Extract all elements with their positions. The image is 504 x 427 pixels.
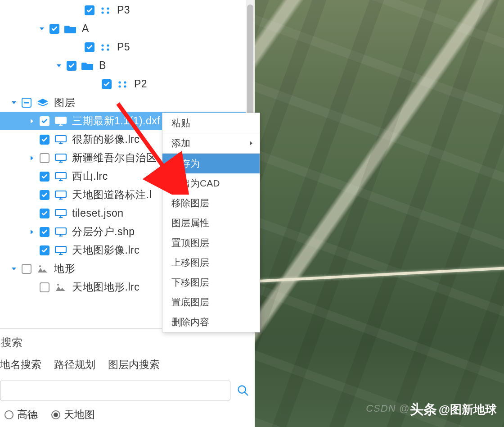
context-menu-item-label: 上移图层	[171, 256, 209, 269]
folder-icon	[81, 60, 94, 71]
monitor-icon	[54, 190, 68, 200]
search-button[interactable]	[235, 382, 251, 399]
search-tab[interactable]: 地名搜索	[0, 358, 41, 372]
search-tab[interactable]: 路径规划	[54, 358, 95, 372]
context-menu-item-label: 另存为	[171, 157, 200, 170]
search-panel: 搜索 地名搜索路径规划图层内搜索 高德天地图	[0, 328, 255, 427]
tree-row[interactable]: B	[0, 56, 255, 75]
visibility-checkbox[interactable]	[40, 153, 50, 163]
tree-row[interactable]: P3	[0, 1, 255, 19]
tree-item-label: 地形	[54, 262, 75, 276]
provider-radio[interactable]: 天地图	[51, 408, 95, 422]
tree-item-label: 很新的影像.lrc	[72, 132, 140, 146]
context-menu-item-label: 图层属性	[171, 217, 209, 229]
context-menu-item-label: 添加	[171, 137, 190, 150]
context-menu[interactable]: 粘贴添加另存为导出为CAD移除图层图层属性置顶图层上移图层下移图层置底图层删除内…	[162, 113, 260, 332]
search-tabs: 地名搜索路径规划图层内搜索	[0, 355, 251, 381]
context-menu-item-label: 置底图层	[171, 296, 209, 309]
svg-point-38	[57, 284, 59, 286]
visibility-checkbox[interactable]	[40, 282, 50, 292]
visibility-checkbox[interactable]	[50, 24, 59, 34]
svg-point-37	[39, 265, 41, 267]
svg-point-4	[101, 44, 104, 46]
visibility-checkbox[interactable]	[40, 116, 50, 126]
layers-icon	[36, 97, 50, 108]
tree-item-label: P2	[134, 78, 147, 90]
tree-item-label: A	[82, 23, 89, 35]
context-menu-item[interactable]: 粘贴	[162, 113, 260, 133]
tree-row[interactable]: A	[0, 19, 255, 38]
visibility-checkbox[interactable]	[40, 172, 50, 182]
tree-item-label: P3	[117, 4, 130, 16]
svg-point-1	[107, 7, 109, 9]
tree-row[interactable]: 图层	[0, 93, 255, 112]
visibility-checkbox[interactable]	[40, 135, 50, 145]
provider-radio[interactable]: 高德	[4, 408, 38, 422]
disclosure-triangle-icon[interactable]	[37, 24, 47, 34]
radio-icon	[4, 410, 14, 419]
context-menu-item[interactable]: 下移图层	[162, 273, 260, 292]
svg-point-0	[101, 7, 104, 9]
tree-row[interactable]: P2	[0, 75, 255, 93]
svg-rect-25	[55, 191, 66, 197]
context-menu-item[interactable]: 另存为	[162, 154, 260, 173]
visibility-checkbox[interactable]	[67, 61, 76, 71]
svg-point-3	[107, 11, 109, 14]
visibility-checkbox[interactable]	[22, 98, 32, 108]
context-menu-item-label: 粘贴	[171, 117, 190, 129]
watermark-csdn: CSDN @	[366, 403, 410, 414]
visibility-checkbox[interactable]	[40, 245, 50, 255]
map-viewport[interactable]: CSDN @ 头条 @图新地球	[255, 0, 504, 427]
points-icon	[116, 79, 130, 90]
visibility-checkbox[interactable]	[40, 190, 50, 200]
disclosure-triangle-icon[interactable]	[54, 61, 64, 71]
visibility-checkbox[interactable]	[85, 5, 94, 15]
tree-item-label: 西山.lrc	[72, 169, 108, 183]
points-icon	[99, 42, 112, 53]
svg-point-2	[101, 11, 104, 14]
disclosure-triangle-icon[interactable]	[9, 264, 19, 274]
visibility-checkbox[interactable]	[40, 227, 50, 237]
search-input[interactable]	[0, 381, 230, 400]
disclosure-triangle-icon[interactable]	[27, 116, 37, 126]
svg-point-8	[118, 81, 121, 83]
tree-item-label: 天地图地形.lrc	[72, 280, 140, 294]
svg-rect-16	[55, 136, 66, 142]
monitor-icon	[54, 208, 68, 219]
watermark-toutiao: 头条 @图新地球	[410, 400, 497, 419]
context-menu-item[interactable]: 图层属性	[162, 213, 260, 233]
context-menu-item[interactable]: 删除内容	[162, 312, 260, 332]
tree-item-label: 三期最新1.1(1).dxf	[72, 114, 160, 128]
monitor-icon	[54, 153, 68, 164]
monitor-icon	[54, 116, 68, 127]
tree-row[interactable]: P5	[0, 38, 255, 56]
context-menu-item[interactable]: 置底图层	[162, 292, 260, 312]
provider-radio-label: 高德	[17, 408, 38, 422]
context-menu-item[interactable]: 添加	[162, 133, 260, 153]
svg-rect-31	[55, 228, 66, 234]
search-tab[interactable]: 图层内搜索	[108, 358, 160, 372]
svg-point-11	[124, 85, 126, 87]
visibility-checkbox[interactable]	[85, 42, 94, 52]
disclosure-triangle-icon[interactable]	[27, 153, 37, 163]
visibility-checkbox[interactable]	[22, 264, 32, 274]
visibility-checkbox[interactable]	[102, 79, 112, 89]
disclosure-triangle-icon[interactable]	[27, 227, 37, 237]
svg-rect-13	[55, 117, 66, 123]
svg-line-40	[245, 392, 248, 395]
context-menu-item-label: 移除图层	[171, 197, 209, 209]
monitor-icon	[54, 134, 68, 145]
svg-point-7	[107, 48, 109, 50]
provider-radio-label: 天地图	[64, 408, 95, 422]
context-menu-item[interactable]: 置顶图层	[162, 233, 260, 253]
context-menu-item[interactable]: 移除图层	[162, 193, 260, 213]
monitor-icon	[54, 227, 68, 237]
svg-point-6	[101, 48, 104, 50]
context-menu-item[interactable]: 上移图层	[162, 253, 260, 273]
context-menu-item[interactable]: 导出为CAD	[162, 173, 260, 193]
svg-rect-19	[55, 154, 66, 160]
disclosure-triangle-icon[interactable]	[9, 98, 19, 108]
visibility-checkbox[interactable]	[40, 209, 50, 218]
tree-item-label: B	[99, 59, 106, 72]
svg-rect-22	[55, 173, 66, 179]
